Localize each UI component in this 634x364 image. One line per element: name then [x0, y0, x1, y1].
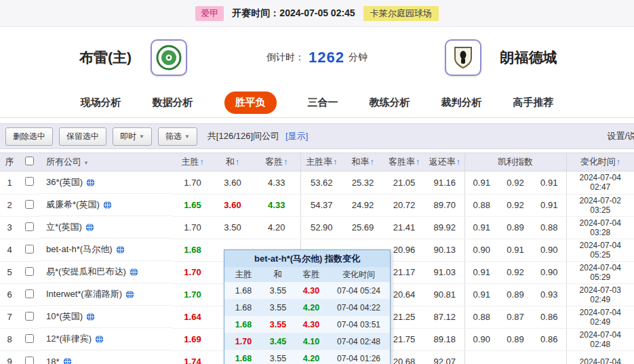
change-date: 2024-07-03: [567, 285, 634, 295]
filter-dropdown[interactable]: 筛选▼: [158, 127, 197, 146]
row-checkbox[interactable]: [25, 334, 34, 343]
company-cell[interactable]: bet-at-h*(马尔他): [39, 239, 173, 261]
return-rate-cell: 92.07: [425, 350, 464, 364]
company-cell[interactable]: 10*(英国): [39, 306, 173, 328]
row-checkbox[interactable]: [25, 357, 34, 364]
change-hour: 02:47: [567, 182, 634, 192]
company-name: 易*(安提瓜和巴布达): [46, 266, 126, 278]
header-home-label: 主胜: [182, 157, 199, 167]
change-time-cell: 2024-07-02 03:25: [566, 194, 634, 216]
kelly-away-cell: 0.93: [532, 283, 566, 306]
tab-live-analysis[interactable]: 现场分析: [81, 96, 121, 109]
return-rate-cell: 91.16: [425, 171, 464, 195]
header-home-odds[interactable]: 主胜↑: [173, 153, 212, 171]
league-badge[interactable]: 爱甲: [195, 6, 224, 21]
popup-row: 1.70 3.45 4.10 07-04 02:48: [224, 333, 390, 350]
row-checkbox[interactable]: [25, 200, 34, 209]
venue-badge: 卡莱尔庭园球场: [363, 6, 439, 21]
tab-coach-analysis[interactable]: 教练分析: [370, 96, 410, 109]
kelly-away-cell: [532, 350, 566, 364]
away-team-logo: [445, 39, 481, 76]
row-checkbox[interactable]: [25, 289, 34, 298]
kelly-home-cell: 0.91: [464, 283, 498, 306]
popup-header-time: 变化时间: [329, 269, 389, 281]
popup-draw-odds: 3.55: [262, 286, 294, 296]
kelly-draw-cell: 0.92: [498, 261, 532, 283]
change-hour: 03:28: [567, 228, 634, 237]
popup-away-odds: 4.20: [294, 303, 329, 312]
show-link[interactable]: [显示]: [285, 130, 308, 142]
change-time-cell: 2024-07-04 02:48: [566, 328, 634, 350]
return-rate-cell: 90.13: [425, 239, 464, 261]
select-all-checkbox[interactable]: [25, 157, 34, 165]
row-checkbox-cell: [19, 216, 39, 239]
company-name: 10*(英国): [46, 310, 83, 323]
header-draw-rate-label: 和率: [352, 157, 370, 167]
delete-selected-button[interactable]: 删除选中: [5, 127, 53, 146]
row-checkbox[interactable]: [25, 177, 34, 186]
header-change-time[interactable]: 变化时间↑: [566, 153, 634, 171]
sort-asc-icon: ↑: [235, 157, 239, 167]
settings-link[interactable]: 设置/说明: [607, 130, 634, 142]
row-checkbox[interactable]: [25, 267, 34, 276]
sort-asc-icon: ↑: [370, 157, 374, 167]
table-row: 3 立*(英国) 1.70 3.50 4.20 52.90 25.69 21.4…: [0, 216, 634, 239]
company-cell[interactable]: Interwet*(塞浦路斯): [39, 283, 173, 306]
header-draw-rate[interactable]: 和率↑: [342, 153, 383, 171]
row-checkbox[interactable]: [25, 245, 34, 254]
popup-draw-odds: 3.55: [262, 320, 294, 329]
tab-expert-recommend[interactable]: 高手推荐: [513, 96, 554, 109]
row-checkbox-cell: [19, 306, 39, 328]
popup-home-odds: 1.68: [224, 320, 262, 329]
sort-asc-icon: ↑: [416, 157, 420, 167]
return-rate-cell: 90.81: [425, 283, 464, 306]
popup-draw-odds: 3.45: [262, 337, 294, 346]
row-checkbox[interactable]: [25, 312, 34, 321]
company-cell[interactable]: 立*(英国): [39, 216, 173, 239]
change-time-cell: 2024-07-04 05:25: [566, 239, 634, 261]
globe-icon: [103, 201, 112, 209]
header-company[interactable]: 所有公司▼: [39, 153, 173, 171]
company-cell[interactable]: 12*(菲律宾): [39, 328, 173, 350]
header-away-rate[interactable]: 客胜率↑: [383, 153, 425, 171]
change-hour: 05:29: [567, 272, 634, 282]
home-odds-cell: 1.70: [173, 261, 212, 283]
row-checkbox[interactable]: [25, 222, 34, 231]
kelly-away-cell: 0.90: [532, 239, 566, 261]
tab-data-analysis[interactable]: 数据分析: [153, 96, 193, 109]
globe-icon: [125, 290, 134, 299]
header-home-rate[interactable]: 主胜率↑: [300, 153, 342, 171]
countdown-block: 倒计时： 1262 分钟: [266, 49, 368, 66]
header-away-odds[interactable]: 客胜↑: [253, 153, 300, 171]
table-header-row: 序 所有公司▼ 主胜↑ 和↑ 客胜↑ 主胜率↑ 和率↑ 客胜率↑ 返还率↑ 凯利…: [0, 153, 634, 171]
company-cell[interactable]: 36*(英国): [39, 171, 173, 194]
kelly-away-cell: 0.86: [532, 306, 566, 328]
tab-referee-analysis[interactable]: 裁判分析: [441, 96, 482, 109]
kelly-home-cell: 0.91: [464, 261, 498, 283]
instant-dropdown[interactable]: 即时▼: [113, 127, 152, 146]
popup-title: bet-at-h*(马尔他) 指数变化: [224, 250, 390, 267]
company-cell[interactable]: 威廉希*(英国): [39, 194, 173, 216]
kelly-home-cell: [464, 350, 498, 364]
header-return-rate[interactable]: 返还率↑: [425, 153, 464, 171]
popup-row: 1.68 3.55 4.20 07-04 04:22: [224, 299, 390, 316]
keep-selected-button[interactable]: 保留选中: [59, 127, 106, 146]
company-cell[interactable]: 易*(安提瓜和巴布达): [39, 261, 173, 283]
company-cell[interactable]: 18*: [39, 350, 173, 364]
home-crest-icon: [155, 44, 182, 71]
tab-three-in-one[interactable]: 三合一: [308, 96, 338, 109]
popup-home-odds: 1.68: [224, 286, 262, 296]
header-draw-odds[interactable]: 和↑: [212, 153, 253, 171]
change-date: 2024-07-04: [567, 218, 634, 228]
popup-away-odds: 4.30: [294, 286, 329, 296]
company-count-text: 共[126/126]间公司: [207, 130, 279, 142]
sort-asc-icon: ↑: [200, 157, 204, 167]
header-company-label: 所有公司: [46, 157, 81, 167]
popup-away-odds: 4.20: [294, 354, 329, 363]
countdown-unit: 分钟: [349, 52, 368, 64]
kelly-away-cell: 0.91: [532, 171, 566, 195]
change-time-cell: 2024-07-04 03:28: [566, 216, 634, 239]
instant-dropdown-label: 即时: [120, 132, 136, 141]
tab-win-draw-lose[interactable]: 胜平负: [224, 92, 277, 114]
chevron-down-icon: ▼: [139, 134, 144, 140]
